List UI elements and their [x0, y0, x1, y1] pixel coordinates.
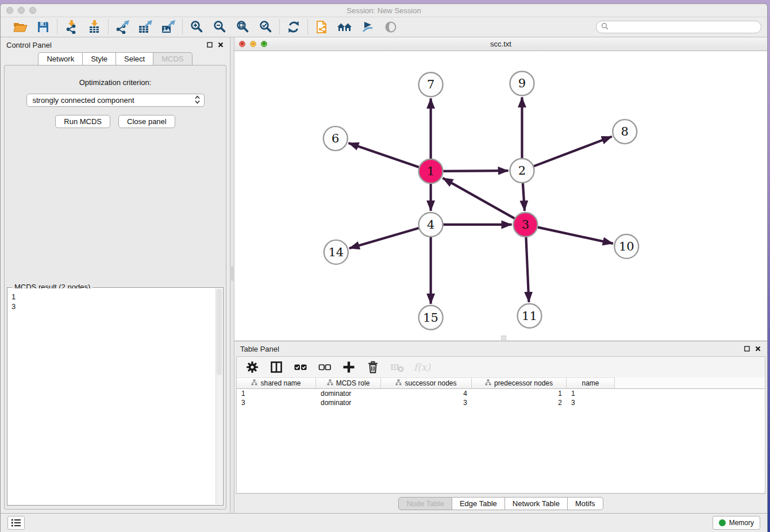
result-line: 1 — [11, 292, 211, 302]
zoom-in-icon[interactable] — [188, 19, 205, 35]
float-icon[interactable] — [206, 41, 213, 48]
table-cell[interactable]: 4 — [381, 389, 472, 398]
memory-button[interactable]: Memory — [713, 516, 760, 530]
tab-select[interactable]: Select — [116, 52, 153, 65]
control-panel-tabs: NetworkStyleSelectMCDS — [1, 52, 230, 65]
hide-details-icon[interactable] — [360, 19, 376, 35]
mcds-result-text[interactable]: 13 — [8, 288, 215, 504]
table-cell[interactable]: 3 — [237, 398, 316, 407]
table-cell[interactable]: 2 — [472, 398, 567, 407]
memory-indicator — [719, 519, 726, 526]
eye-icon[interactable] — [383, 19, 399, 35]
table-row[interactable]: 3dominator323 — [237, 398, 765, 407]
tab-network-table[interactable]: Network Table — [505, 497, 568, 510]
import-network-icon[interactable] — [63, 19, 79, 35]
close-icon[interactable] — [217, 41, 224, 48]
settings-gear-icon[interactable] — [245, 360, 260, 375]
zoom-icon[interactable] — [29, 7, 36, 14]
close-icon[interactable] — [6, 7, 13, 14]
run-mcds-button[interactable]: Run MCDS — [55, 115, 110, 128]
float-icon[interactable] — [744, 345, 750, 352]
edge-1-2[interactable] — [443, 171, 509, 171]
export-network-icon[interactable] — [114, 19, 130, 35]
tab-style[interactable]: Style — [83, 52, 116, 65]
control-panel: Control Panel NetworkStyleSelectMCDS Opt… — [1, 37, 230, 513]
search-input[interactable] — [611, 23, 756, 31]
select-all-icon[interactable] — [293, 360, 308, 375]
column-header-name[interactable]: name — [567, 377, 615, 388]
sort-hierarchy-icon — [485, 379, 491, 387]
zoom-fit-icon[interactable] — [234, 19, 251, 35]
node-label: 7 — [427, 78, 434, 91]
table-cell[interactable]: 3 — [567, 398, 615, 407]
network-canvas[interactable]: 7968124314101511 — [234, 51, 767, 341]
table-cell[interactable]: dominator — [316, 398, 381, 407]
table-cell[interactable]: dominator — [316, 389, 381, 398]
node-label: 9 — [518, 76, 526, 90]
edge-3-1[interactable] — [443, 178, 515, 219]
export-image-icon[interactable] — [160, 19, 176, 35]
clone-network-icon[interactable] — [314, 19, 330, 35]
home-icon[interactable] — [337, 19, 353, 35]
network-list-icon[interactable] — [7, 516, 25, 530]
minimize-icon[interactable]: − — [250, 41, 256, 47]
zoom-out-icon[interactable] — [211, 19, 228, 35]
tab-node-table[interactable]: Node Table — [398, 497, 452, 510]
node-label: 15 — [423, 311, 438, 325]
node-label: 14 — [328, 245, 344, 259]
edge-4-14[interactable] — [349, 228, 419, 248]
column-selector-icon[interactable] — [269, 360, 284, 375]
table-cell[interactable]: 1 — [237, 389, 316, 398]
tab-network[interactable]: Network — [38, 52, 83, 65]
tab-mcds[interactable]: MCDS — [153, 52, 192, 65]
column-header-predecessor-nodes[interactable]: predecessor nodes — [472, 377, 567, 388]
edge-2-8[interactable] — [533, 137, 612, 167]
node-table[interactable]: shared nameMCDS rolesuccessor nodesprede… — [237, 377, 765, 493]
tab-motifs[interactable]: Motifs — [568, 497, 603, 510]
canvas-splitter-handle[interactable] — [501, 336, 506, 340]
add-column-icon[interactable] — [341, 360, 356, 375]
sort-hierarchy-icon — [251, 379, 257, 387]
control-panel-title: Control Panel — [6, 41, 52, 49]
table-panel: Table Panel f(x) shared nameMCDS rolesuc… — [234, 341, 767, 513]
edge-2-3[interactable] — [523, 183, 525, 211]
edge-3-10[interactable] — [537, 227, 613, 243]
optimization-criterion-select[interactable]: strongly connected component — [26, 94, 205, 107]
table-cell[interactable]: 1 — [567, 389, 615, 398]
open-file-icon[interactable] — [12, 19, 28, 35]
network-window-titlebar[interactable]: × − + scc.txt — [234, 37, 767, 51]
edge-3-11[interactable] — [526, 237, 529, 302]
table-cell[interactable]: 3 — [381, 398, 472, 407]
import-table-icon[interactable] — [86, 19, 102, 35]
edge-1-6[interactable] — [348, 143, 419, 167]
node-label: 11 — [522, 309, 537, 323]
result-scrollbar[interactable] — [215, 288, 222, 504]
node-label: 4 — [427, 218, 434, 232]
node-label: 3 — [522, 218, 529, 232]
mcds-panel: Optimization criterion: strongly connect… — [4, 65, 226, 510]
criterion-value: strongly connected component — [33, 96, 134, 105]
column-header-mcds-role[interactable]: MCDS role — [316, 377, 381, 388]
memory-label: Memory — [729, 519, 754, 527]
table-cell[interactable]: 1 — [472, 389, 567, 398]
deselect-all-icon[interactable] — [317, 360, 332, 375]
save-session-icon[interactable] — [35, 19, 51, 35]
zoom-selected-icon[interactable] — [257, 19, 274, 35]
column-header-successor-nodes[interactable]: successor nodes — [381, 377, 472, 388]
app-title: Session: New Session — [1, 6, 767, 15]
close-icon[interactable]: × — [239, 41, 245, 47]
splitter-handle[interactable] — [231, 266, 233, 281]
export-table-icon[interactable] — [137, 19, 153, 35]
close-icon[interactable] — [754, 345, 761, 352]
delete-column-icon[interactable] — [365, 360, 380, 375]
table-row[interactable]: 1dominator411 — [237, 389, 765, 398]
search-box[interactable] — [596, 21, 761, 33]
minimize-icon[interactable] — [18, 7, 25, 14]
main-toolbar — [1, 17, 767, 37]
column-header-shared-name[interactable]: shared name — [237, 377, 316, 388]
close-panel-button[interactable]: Close panel — [118, 115, 175, 128]
refresh-layout-icon[interactable] — [286, 19, 302, 35]
tab-edge-table[interactable]: Edge Table — [452, 497, 505, 510]
panel-splitter[interactable] — [230, 37, 234, 513]
zoom-icon[interactable]: + — [261, 41, 267, 47]
